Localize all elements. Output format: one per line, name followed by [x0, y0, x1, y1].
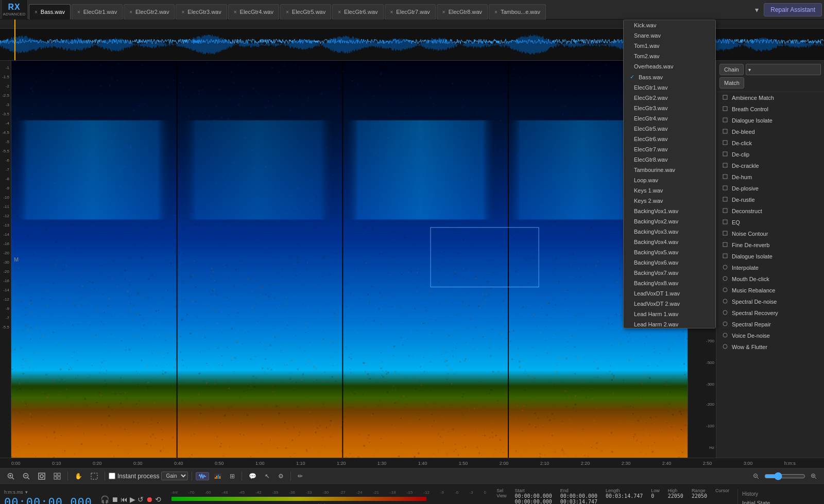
- panel-item-voice-de-noise[interactable]: Voice De-noise: [716, 330, 824, 341]
- chain-button[interactable]: Chain: [719, 64, 744, 75]
- settings-button[interactable]: ⚙: [275, 471, 287, 481]
- dropdown-item-BackingVox6wav[interactable]: BackingVox6.wav: [624, 257, 715, 268]
- panel-item-noise-contour[interactable]: Noise Contour: [716, 228, 824, 239]
- panel-item-breath-control[interactable]: Breath Control: [716, 103, 824, 115]
- combined-view-button[interactable]: ⊞: [227, 471, 238, 481]
- tab-close-icon[interactable]: ×: [181, 9, 184, 15]
- dropdown-item-ElecGtr6wav[interactable]: ElecGtr6.wav: [624, 134, 715, 144]
- tab-close-icon[interactable]: ×: [286, 9, 289, 15]
- panel-item-deconstruct[interactable]: Deconstruct: [716, 205, 824, 217]
- panel-item-wow-&-flutter[interactable]: Wow & Flutter: [716, 341, 824, 353]
- spectrogram[interactable]: M: [11, 61, 688, 458]
- dropdown-item-BackingVox3wav[interactable]: BackingVox3.wav: [624, 227, 715, 237]
- tab-close-icon[interactable]: ×: [494, 9, 497, 15]
- zoom-minus-button[interactable]: [750, 472, 762, 481]
- repair-assistant-button[interactable]: Repair Assistant: [764, 3, 822, 16]
- dropdown-item-Loopwav[interactable]: Loop.wav: [624, 175, 715, 185]
- pan-tool-button[interactable]: ✋: [72, 471, 85, 481]
- dropdown-item-Overheadswav[interactable]: Overheads.wav: [624, 61, 715, 72]
- tab-close-icon[interactable]: ×: [35, 9, 38, 15]
- tab-ElecGtr2.wav[interactable]: ×ElecGtr2.wav: [124, 4, 175, 20]
- tab-overflow-btn[interactable]: ▾: [752, 6, 762, 14]
- panel-item-de-clip[interactable]: De-clip: [716, 149, 824, 160]
- tab-close-icon[interactable]: ×: [390, 9, 393, 15]
- zoom-in-button[interactable]: [4, 471, 18, 481]
- zoom-out-button[interactable]: [20, 471, 33, 481]
- tab-close-icon[interactable]: ×: [234, 9, 237, 15]
- dropdown-item-ElecGtr2wav[interactable]: ElecGtr2.wav: [624, 93, 715, 103]
- dropdown-item-ElecGtr4wav[interactable]: ElecGtr4.wav: [624, 113, 715, 124]
- tab-ElecGtr3.wav[interactable]: ×ElecGtr3.wav: [176, 4, 227, 20]
- cursor-button[interactable]: ↖: [262, 471, 273, 481]
- chain-dropdown[interactable]: ▾: [746, 64, 821, 75]
- tab-Tambou...e.wav[interactable]: ×Tambou...e.wav: [489, 4, 546, 20]
- panel-item-spectral-repair[interactable]: Spectral Repair: [716, 319, 824, 330]
- tab-ElecGtr7.wav[interactable]: ×ElecGtr7.wav: [385, 4, 436, 20]
- panel-item-fine-de-reverb[interactable]: Fine De-reverb: [716, 239, 824, 251]
- panel-item-de-click[interactable]: De-click: [716, 137, 824, 149]
- headphones-button[interactable]: 🎧: [100, 495, 109, 503]
- dropdown-item-BackingVox7wav[interactable]: BackingVox7.wav: [624, 268, 715, 278]
- dropdown-item-Kickwav[interactable]: Kick.wav: [624, 20, 715, 30]
- tab-ElecGtr4.wav[interactable]: ×ElecGtr4.wav: [228, 4, 279, 20]
- panel-item-de-hum[interactable]: De-hum: [716, 171, 824, 183]
- panel-item-de-crackle[interactable]: De-crackle: [716, 160, 824, 171]
- zoom-slider[interactable]: [764, 472, 805, 480]
- waveform-view-button[interactable]: [196, 472, 209, 480]
- play-button[interactable]: ▶: [130, 495, 135, 503]
- dropdown-item-BackingVox5wav[interactable]: BackingVox5.wav: [624, 247, 715, 257]
- panel-item-music-rebalance[interactable]: Music Rebalance: [716, 285, 824, 296]
- zoom-plus-button[interactable]: [808, 472, 820, 481]
- tab-close-icon[interactable]: ×: [442, 9, 445, 15]
- panel-item-mouth-de-click[interactable]: Mouth De-click: [716, 273, 824, 285]
- tab-ElecGtr6.wav[interactable]: ×ElecGtr6.wav: [332, 4, 383, 20]
- stop-button[interactable]: ⏹: [111, 495, 118, 503]
- dropdown-item-ElecGtr3wav[interactable]: ElecGtr3.wav: [624, 103, 715, 113]
- panel-item-dialogue-isolate[interactable]: Dialogue Isolate: [716, 115, 824, 126]
- match-button[interactable]: Match: [719, 77, 744, 89]
- tab-close-icon[interactable]: ×: [77, 9, 80, 15]
- dropdown-item-Basswav[interactable]: Bass.wav: [624, 72, 715, 82]
- tab-ElecGtr5.wav[interactable]: ×ElecGtr5.wav: [280, 4, 331, 20]
- tab-close-icon[interactable]: ×: [338, 9, 341, 15]
- dropdown-item-BackingVox2wav[interactable]: BackingVox2.wav: [624, 216, 715, 227]
- panel-item-dialogue-isolate[interactable]: Dialogue Isolate: [716, 251, 824, 262]
- panel-item-spectral-de-noise[interactable]: Spectral De-noise: [716, 296, 824, 307]
- tab-Bass.wav[interactable]: ×Bass.wav: [29, 4, 71, 20]
- dropdown-item-Lead-Harm-1wav[interactable]: Lead Harm 1.wav: [624, 309, 715, 319]
- select-tool-button[interactable]: [88, 471, 101, 481]
- dropdown-item-Lead-Harm-2wav[interactable]: Lead Harm 2.wav: [624, 319, 715, 328]
- spectrogram-view-button[interactable]: [211, 472, 225, 480]
- comment-button[interactable]: 💬: [246, 471, 260, 481]
- dropdown-item-Snarewav[interactable]: Snare.wav: [624, 30, 715, 41]
- panel-item-de-plosive[interactable]: De-plosive: [716, 183, 824, 194]
- tab-ElecGtr8.wav[interactable]: ×ElecGtr8.wav: [437, 4, 488, 20]
- zoom-fit-button[interactable]: [35, 471, 48, 481]
- dropdown-item-ElecGtr5wav[interactable]: ElecGtr5.wav: [624, 124, 715, 134]
- zoom-full-button[interactable]: [50, 471, 64, 481]
- dropdown-item-BackingVox8wav[interactable]: BackingVox8.wav: [624, 278, 715, 288]
- tab-ElecGtr1.wav[interactable]: ×ElecGtr1.wav: [72, 4, 123, 20]
- panel-item-de-bleed[interactable]: De-bleed: [716, 126, 824, 137]
- tab-close-icon[interactable]: ×: [129, 9, 132, 15]
- loop-button[interactable]: ⟲: [155, 495, 161, 503]
- panel-item-spectral-recovery[interactable]: Spectral Recovery: [716, 307, 824, 319]
- dropdown-item-ElecGtr1wav[interactable]: ElecGtr1.wav: [624, 82, 715, 93]
- dropdown-item-Tambourinewav[interactable]: Tambourine.wav: [624, 165, 715, 175]
- rewind-button[interactable]: ⏮: [121, 495, 128, 503]
- dropdown-item-ElecGtr7wav[interactable]: ElecGtr7.wav: [624, 144, 715, 154]
- panel-item-ambience-match[interactable]: Ambience Match: [716, 92, 824, 103]
- dropdown-item-Tom2wav[interactable]: Tom2.wav: [624, 51, 715, 61]
- dropdown-item-ElecGtr8wav[interactable]: ElecGtr8.wav: [624, 154, 715, 165]
- dropdown-item-LeadVoxDT-1wav[interactable]: LeadVoxDT 1.wav: [624, 288, 715, 299]
- dropdown-item-BackingVox1wav[interactable]: BackingVox1.wav: [624, 206, 715, 216]
- panel-item-de-rustle[interactable]: De-rustle: [716, 194, 824, 205]
- gain-select[interactable]: Gain: [161, 472, 188, 480]
- dropdown-item-LeadVoxDT-2wav[interactable]: LeadVoxDT 2.wav: [624, 299, 715, 309]
- dropdown-item-Keys-1wav[interactable]: Keys 1.wav: [624, 185, 715, 196]
- record-button[interactable]: ⏺: [146, 495, 153, 503]
- dropdown-item-BackingVox4wav[interactable]: BackingVox4.wav: [624, 237, 715, 247]
- panel-item-eq[interactable]: EQ: [716, 217, 824, 228]
- dropdown-item-Keys-2wav[interactable]: Keys 2.wav: [624, 196, 715, 206]
- dropdown-item-Tom1wav[interactable]: Tom1.wav: [624, 41, 715, 51]
